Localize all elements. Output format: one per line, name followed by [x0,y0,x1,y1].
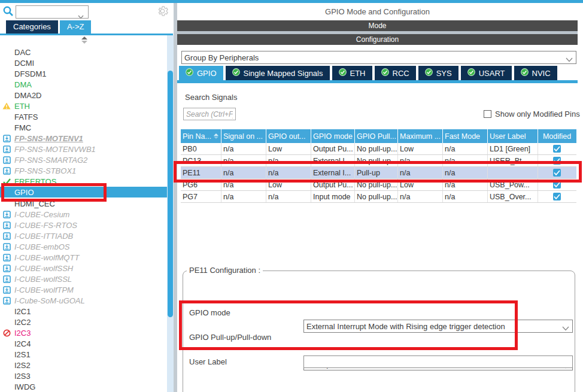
sidebar-item-gpio[interactable]: GPIO [0,187,167,198]
sidebar-item-i2s1[interactable]: I2S1 [0,349,167,360]
sidebar-tabbar: Categories A->Z [6,20,91,34]
sidebar-item-i-cube-fs-rtos[interactable]: I-CUBE-FS-RTOS [0,220,167,230]
sidebar-sort-control[interactable] [80,37,89,45]
peripheral-filter-dropdown[interactable] [16,5,89,19]
sidebar-scrollbar-thumb[interactable] [168,71,173,317]
column-header-gpio-pull[interactable]: GPIO Pull... [354,129,397,143]
sidebar-item-fmc[interactable]: FMC [0,122,167,133]
gear-icon[interactable] [157,5,168,17]
signal-tab-nvic[interactable]: NVIC [514,66,557,80]
column-header-gpio-out[interactable]: GPIO out... [266,129,311,143]
sidebar-item-i2c1[interactable]: I2C1 [0,306,167,317]
cell-pin-na: PB0 [181,143,221,154]
sidebar-item-i-cube-ittiadb[interactable]: I-CUBE-ITTIADB [0,230,167,241]
sidebar-item-i2s2[interactable]: I2S2 [0,360,167,370]
sidebar-item-i-cube-cesium[interactable]: I-CUBE-Cesium [0,209,167,220]
sidebar-item-dcmi[interactable]: DCMI [0,57,167,68]
sidebar-item-label: FP-SNS-STBOX1 [14,166,76,175]
signal-tab-eth[interactable]: ETH [332,66,372,80]
sidebar-item-i-cube-wolfssh[interactable]: I-CUBE-wolfSSH [0,263,167,274]
sidebar-item-fp-sns-smartag2[interactable]: FP-SNS-SMARTAG2 [0,154,167,165]
cell-signal-on: n/a [221,179,266,190]
signal-tab-sys[interactable]: SYS [418,66,458,80]
sidebar-item-i2c4[interactable]: I2C4 [0,338,167,349]
sidebar-item-fatfs[interactable]: FATFS [0,111,167,122]
sidebar-item-fp-sns-stbox1[interactable]: FP-SNS-STBOX1 [0,165,167,176]
cell-signal-on: n/a [221,143,266,154]
column-header-fast-mode[interactable]: Fast Mode [442,129,487,143]
column-header-label: User Label [490,132,526,141]
sidebar-item-i-cube-som-ugoal[interactable]: I-Cube-SoM-uGOAL [0,295,167,306]
sidebar-tab-underline [0,34,173,35]
sidebar-item-fp-sns-motenv1[interactable]: FP-SNS-MOTENV1 [0,133,167,144]
cell-user-label [487,167,538,178]
panel-divider[interactable] [174,3,177,392]
signal-tab-usart[interactable]: USART [461,66,512,80]
cell-fast-mode: n/a [442,167,487,178]
sidebar-item-dac[interactable]: DAC [0,47,167,57]
sidebar-item-dma[interactable]: DMA [0,79,167,90]
sidebar-item-dma2d[interactable]: DMA2D [0,90,167,101]
sidebar-item-label: DMA [14,80,32,89]
cell-pin-na: PE11 [181,167,221,178]
column-header-gpio-mode[interactable]: GPIO mode [311,129,354,143]
cell-modified [538,155,576,166]
cell-signal-on: n/a [221,155,266,166]
table-row-pg6[interactable]: PG6n/aLowOutput Pu...No pull-up...Lown/a… [181,179,576,191]
user-label-label: User Label [189,357,227,366]
cell-fast-mode: n/a [442,143,487,154]
column-header-label: Maximum ... [400,132,441,141]
table-row-pe11[interactable]: PE11n/an/aExternal I...Pull-upn/an/a [181,167,576,179]
sidebar-item-i-cube-embos[interactable]: I-CUBE-embOS [0,241,167,252]
sidebar-item-i2s3[interactable]: I2S3 [0,370,167,381]
sidebar-item-i2c3[interactable]: I2C3 [0,327,167,338]
modified-checkbox-checked[interactable] [553,145,561,153]
table-row-pc13[interactable]: PC13n/an/aExternal I...No pull-up...n/an… [181,155,576,167]
tab-categories[interactable]: Categories [6,20,58,34]
sidebar-item-i-cube-wolfmqtt[interactable]: I-CUBE-wolfMQTT [0,252,167,263]
column-header-pin-na[interactable]: Pin Na... [181,129,221,143]
show-modified-pins-checkbox[interactable] [484,110,491,118]
table-header-row: Pin Na...Signal on ...GPIO out...GPIO mo… [181,129,576,143]
sidebar-item-fp-sns-motenvwb1[interactable]: FP-SNS-MOTENVWB1 [0,144,167,154]
modified-checkbox-checked[interactable] [553,181,561,189]
cell-gpio-out: Low [266,143,311,154]
sidebar-item-label: I-Cube-SoM-uGOAL [14,296,85,305]
column-header-user-label[interactable]: User Label [487,129,538,143]
configuration-section-header[interactable]: Configuration [177,34,578,45]
cell-user-label: USB_Pow... [487,179,538,190]
user-label-input[interactable] [303,355,573,368]
enabled-check-icon [186,68,193,78]
sidebar-item-i-cube-wolfssl[interactable]: I-CUBE-wolfSSL [0,274,167,284]
sidebar-item-hdmi-cec[interactable]: HDMI_CEC [0,198,167,209]
column-header-modified[interactable]: Modified [538,129,576,143]
sidebar-item-dfsdm1[interactable]: DFSDM1 [0,68,167,79]
gpio-mode-select[interactable]: External Interrupt Mode with Rising edge… [303,320,573,333]
gpio-pull-label: GPIO Pull-up/Pull-down [189,333,271,342]
mode-section-header[interactable]: Mode [177,20,578,31]
column-header-maximum[interactable]: Maximum ... [397,129,442,143]
sidebar-item-i2c2[interactable]: I2C2 [0,317,167,327]
sidebar-item-label: FREERTOS [14,177,56,186]
modified-checkbox-checked[interactable] [553,169,561,177]
cell-maximum: n/a [397,155,442,166]
sidebar-item-eth[interactable]: ETH [0,101,167,111]
download-icon [2,167,11,175]
modified-checkbox-checked[interactable] [553,157,561,165]
group-by-dropdown[interactable]: Group By Peripherals [181,51,576,64]
cell-gpio-pull: Pull-up [354,167,397,178]
sidebar-item-iwdg[interactable]: IWDG [0,381,167,392]
tab-a-to-z[interactable]: A->Z [60,20,92,34]
sidebar-item-freertos[interactable]: FREERTOS [0,176,167,187]
column-header-signal-on[interactable]: Signal on ... [221,129,266,143]
modified-checkbox-checked[interactable] [553,193,561,200]
sidebar-item-i-cube-wolftpm[interactable]: I-CUBE-wolfTPM [0,284,167,295]
table-row-pg7[interactable]: PG7n/an/aInput modeNo pull-up...n/an/aUS… [181,191,576,203]
table-row-pb0[interactable]: PB0n/aLowOutput Pu...No pull-up...Lown/a… [181,143,576,155]
signal-tab-single-mapped-signals[interactable]: Single Mapped Signals [226,66,330,80]
cell-user-label: USB_Over... [487,191,538,202]
signal-tab-rcc[interactable]: RCC [375,66,416,80]
sidebar-item-label: DCMI [14,59,34,68]
signal-tab-gpio[interactable]: GPIO [179,66,223,80]
signal-search-input[interactable] [183,108,236,120]
